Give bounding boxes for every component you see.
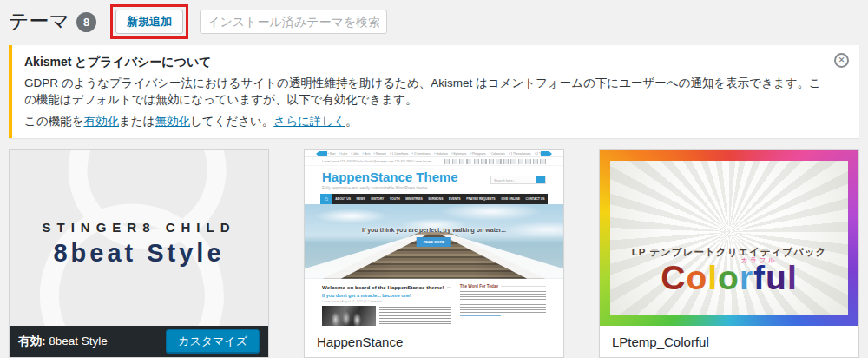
home-icon: ⌂ (320, 194, 332, 204)
hs-sidebar-text-placeholder (460, 291, 546, 314)
notice-actions: この機能を有効化または無効化してください。さらに詳しく。 (24, 114, 821, 130)
hs-top-link: Romans (373, 152, 386, 156)
theme-name-bar: LPtemp_Colorful (600, 326, 858, 357)
colorful-content: LP テンプレートクリエイティブパック カラフルColorful (600, 246, 858, 295)
notice-text: してください。 (190, 115, 273, 128)
hs-content: Welcome on board of the HappenStance the… (305, 279, 563, 326)
hs-hero-image: If you think you are perfect, try walkin… (305, 204, 563, 279)
hs-hero-quote: If you think you are perfect, try walkin… (305, 227, 563, 233)
hs-nav-item: SERMONS (428, 197, 443, 201)
hs-article-link: If you don't get a miracle... become one… (322, 293, 451, 298)
theme-card-happenstance: StartLukeJohnActsRomans1 Corinthians2 Co… (304, 149, 564, 358)
hs-branding: HappenStance Theme Fully responsive and … (322, 170, 458, 190)
theme-count-badge: 8 (76, 12, 96, 32)
themes-grid: STINGER8 CHILD 8beat Style 有効: 8beat Sty… (9, 149, 859, 358)
figure-eight-watermark-icon (10, 150, 268, 326)
hs-search-button (536, 176, 545, 183)
colorful-logo: カラフルColorful (661, 261, 798, 295)
hs-nav-item: HISTORY (371, 197, 384, 201)
hs-nav-bar: ⌂ ABOUT USNEWSHISTORYYOUTHMINISTRIESSERM… (320, 194, 548, 204)
notice-body: GDPR のようなプライバシー法におけるサイトの透明性維持を助けるため、Akis… (24, 76, 821, 108)
active-theme-bar: 有効: 8beat Style カスタマイズ (10, 326, 268, 357)
hs-article-title: Welcome on board of the HappenStance the… (322, 284, 444, 290)
customize-button[interactable]: カスタマイズ (166, 329, 260, 354)
learn-more-link[interactable]: さらに詳しく (273, 115, 345, 128)
hs-article-photo (322, 306, 376, 326)
hs-top-link: 2 Thessalonians (535, 152, 541, 156)
theme-name-lptemp-colorful: LPtemp_Colorful (612, 335, 709, 349)
theme-screenshot-8beat[interactable]: STINGER8 CHILD 8beat Style (10, 150, 268, 326)
colorful-ruby-label: カラフル (741, 257, 777, 264)
hs-tagline: Fully responsive and easily customizable… (322, 186, 458, 190)
hs-top-link: Philippians (470, 152, 485, 156)
notice-text: または (119, 115, 155, 128)
hs-search-placeholder: Search here... (491, 178, 516, 182)
hs-nav-item: YOUTH (390, 197, 400, 201)
hs-read-more-button: READ MORE (417, 237, 451, 247)
divider (501, 286, 546, 287)
hs-top-link: Acts (363, 152, 371, 156)
page-title: テーマ (9, 10, 69, 34)
hs-contact-info: Lorem Ipsum 123, 456 78 Dolor Sit info@e… (322, 160, 431, 163)
hs-top-links: StartLukeJohnActsRomans1 Corinthians2 Co… (327, 152, 541, 156)
colorful-logo-letter: f (753, 259, 766, 296)
theme-card-lptemp-colorful: LP テンプレートクリエイティブパック カラフルColorful LPtemp_… (599, 149, 859, 358)
active-theme-label: 有効: 8beat Style (18, 334, 108, 349)
hs-article-meta: Lorem Ipsum | August 21, 2015 | 0 Commen… (322, 300, 451, 303)
hs-topbar: StartLukeJohnActsRomans1 Corinthians2 Co… (305, 150, 563, 157)
active-status-label: 有効: (18, 335, 46, 348)
search-input[interactable] (200, 10, 387, 34)
divider (447, 287, 451, 288)
hs-sidebar-link-placeholder (460, 315, 502, 317)
admin-header: テーマ 8 新規追加 (0, 0, 868, 35)
ribbon-left-icon (316, 151, 327, 156)
hs-top-link: Ephesians (451, 152, 467, 156)
notice-text: 。 (345, 115, 358, 128)
hs-nav-item: ABOUT US (335, 197, 351, 201)
theme-logo-line2: 8beat Style (10, 239, 268, 268)
hs-article: Welcome on board of the HappenStance the… (322, 284, 451, 326)
hs-top-link: John (351, 152, 359, 156)
hs-sidebar: The Word For Today (460, 284, 546, 326)
hs-nav-item: GIVE ONLINE (501, 197, 520, 201)
disable-link[interactable]: 無効化 (155, 115, 190, 128)
hs-site-title: HappenStance Theme (322, 170, 458, 184)
theme-screenshot-colorful[interactable]: LP テンプレートクリエイティブパック カラフルColorful (600, 150, 858, 326)
hs-nav-item: PRAYER REQUESTS (466, 197, 495, 201)
hs-top-link: 2 Corinthians (411, 152, 430, 156)
colorful-logo-letter: l (787, 259, 798, 296)
notice-text: この機能を (24, 115, 83, 128)
hs-header: HappenStance Theme Fully responsive and … (305, 166, 563, 192)
akismet-privacy-notice: Akismet とプライバシーについて GDPR のようなプライバシー法における… (9, 45, 859, 138)
hs-nav-item: CONTACT US (526, 197, 545, 201)
colorful-logo-letter: o (718, 259, 740, 296)
hs-nav-items: ABOUT USNEWSHISTORYYOUTHMINISTRIESSERMON… (332, 194, 548, 204)
hs-nav-item: NEWS (357, 197, 365, 201)
dismiss-notice-icon[interactable]: ✕ (834, 53, 849, 68)
enable-link[interactable]: 有効化 (83, 115, 119, 128)
colorful-logo-letter: l (707, 259, 718, 296)
theme-name-bar: HappenStance (305, 326, 563, 357)
hs-top-link: 1 Thessalonians (509, 152, 531, 156)
add-new-button[interactable]: 新規追加 (115, 10, 183, 34)
hs-search-box: Search here... (490, 176, 546, 184)
hs-nav-item: EVENTS (449, 197, 461, 201)
hs-top-link: Luke (339, 152, 347, 156)
colorful-subtitle: LP テンプレートクリエイティブパック (600, 246, 858, 259)
hs-article-text-placeholder (379, 307, 451, 326)
ribbon-right-icon (541, 151, 552, 156)
hs-top-link: Galatians (434, 152, 448, 156)
theme-logo-line1: STINGER8 CHILD (10, 220, 268, 235)
notice-title: Akismet とプライバシーについて (24, 52, 821, 70)
hs-contact-row: Lorem Ipsum 123, 456 78 Dolor Sit info@e… (305, 157, 563, 166)
theme-card-8beat-style: STINGER8 CHILD 8beat Style 有効: 8beat Sty… (9, 149, 269, 358)
theme-screenshot-happenstance[interactable]: StartLukeJohnActsRomans1 Corinthians2 Co… (305, 150, 563, 326)
annotation-box: 新規追加 (110, 4, 188, 39)
hs-nav-item: MINISTRIES (405, 197, 422, 201)
hs-top-link: Start (327, 152, 335, 156)
hs-top-link: Colossians (490, 152, 505, 156)
colorful-logo-letter: C (661, 259, 686, 296)
colorful-logo-letter: r (740, 259, 753, 296)
hs-sidebar-title: The Word For Today (460, 284, 498, 288)
colorful-logo-letter: u (766, 259, 787, 296)
